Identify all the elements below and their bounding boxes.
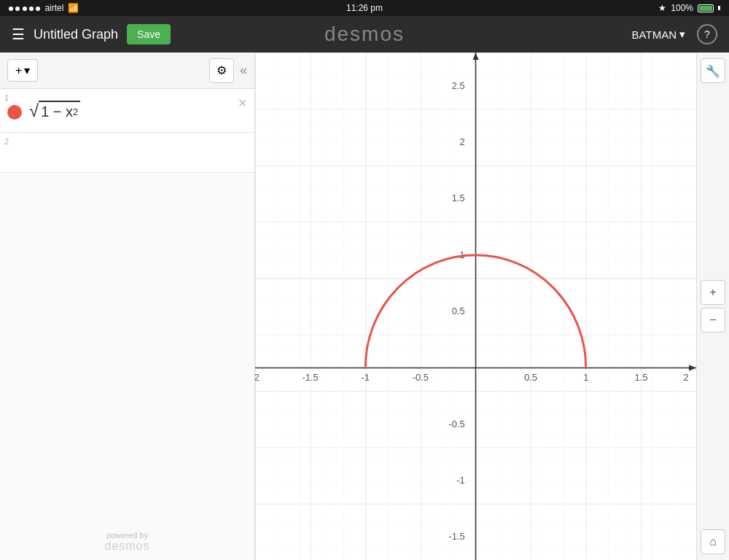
desmos-logo: desmos: [7, 540, 247, 553]
status-left: airtel 📶: [9, 3, 79, 13]
expression-number: 2: [4, 137, 9, 146]
settings-button[interactable]: ⚙: [209, 58, 234, 83]
home-button[interactable]: ⌂: [701, 529, 725, 554]
wrench-button[interactable]: 🔧: [701, 58, 725, 83]
user-menu[interactable]: BATMAN ▾: [632, 28, 685, 41]
save-button[interactable]: Save: [127, 24, 171, 44]
sqrt-content: 1 − x2: [39, 101, 80, 120]
svg-text:1.5: 1.5: [634, 372, 647, 383]
plus-icon: +: [15, 64, 22, 77]
svg-text:0.5: 0.5: [524, 372, 537, 383]
plus-icon: +: [709, 286, 716, 299]
battery-percentage: 100%: [671, 3, 693, 13]
svg-text:1.5: 1.5: [452, 192, 465, 203]
app-logo: desmos: [324, 23, 405, 46]
expressions-list: 1 √ 1 − x2 ✕ 2: [0, 89, 254, 524]
bluetooth-icon: ★: [658, 3, 666, 13]
main-content: + ▾ ⚙ « 1 √ 1 − x2: [0, 52, 729, 560]
signal-dots: [9, 3, 40, 13]
graph-area[interactable]: -2 -1.5 -1 -0.5 0.5 1 1.5 2 2.5 2 1.5 1 …: [255, 52, 696, 560]
battery-indicator: [698, 4, 714, 12]
expression-formula: √ 1 − x2: [29, 101, 247, 120]
help-button[interactable]: ?: [697, 24, 717, 44]
right-toolbar: 🔧 + − ⌂: [696, 52, 729, 560]
svg-text:2.5: 2.5: [452, 80, 465, 91]
status-time: 11:26 pm: [346, 3, 383, 13]
chevron-down-icon: ▾: [679, 28, 685, 41]
svg-text:-0.5: -0.5: [413, 372, 429, 383]
user-name-label: BATMAN: [632, 28, 677, 41]
home-icon: ⌂: [709, 535, 717, 548]
minus-icon: −: [709, 314, 716, 327]
expression-number: 1: [4, 93, 9, 102]
expression-row-empty[interactable]: 2: [0, 133, 254, 173]
zoom-out-button[interactable]: −: [701, 308, 725, 332]
header-right: BATMAN ▾ ?: [632, 24, 717, 44]
sqrt-symbol: √: [29, 102, 39, 120]
header: ☰ Untitled Graph Save desmos BATMAN ▾ ?: [0, 16, 729, 52]
svg-text:-2: -2: [255, 372, 260, 383]
header-left: ☰ Untitled Graph Save: [12, 24, 171, 44]
svg-text:2: 2: [459, 136, 464, 147]
menu-button[interactable]: ☰: [12, 26, 25, 43]
collapse-panel-button[interactable]: «: [240, 63, 247, 78]
add-expression-button[interactable]: + ▾: [7, 59, 38, 82]
wifi-icon: 📶: [68, 3, 79, 13]
svg-text:-1.5: -1.5: [448, 531, 464, 542]
svg-text:-0.5: -0.5: [448, 419, 464, 429]
svg-text:0.5: 0.5: [452, 306, 465, 316]
wrench-icon: 🔧: [706, 64, 720, 78]
graph-svg: -2 -1.5 -1 -0.5 0.5 1 1.5 2 2.5 2 1.5 1 …: [255, 52, 696, 560]
powered-by-section: powered by desmos: [0, 524, 254, 560]
expression-color-dot[interactable]: [7, 105, 22, 120]
svg-text:-1.5: -1.5: [303, 372, 319, 383]
svg-text:2: 2: [684, 372, 689, 383]
add-chevron: ▾: [24, 63, 30, 77]
expression-row[interactable]: 1 √ 1 − x2 ✕: [0, 89, 254, 133]
battery-tip: [718, 6, 720, 10]
status-right: ★ 100%: [658, 3, 720, 13]
graph-title: Untitled Graph: [34, 27, 118, 42]
left-panel: + ▾ ⚙ « 1 √ 1 − x2: [0, 52, 255, 560]
zoom-in-button[interactable]: +: [701, 280, 725, 305]
status-bar: airtel 📶 11:26 pm ★ 100%: [0, 0, 729, 16]
panel-toolbar: + ▾ ⚙ «: [0, 52, 254, 89]
svg-text:1: 1: [583, 372, 588, 383]
powered-by-text: powered by: [7, 531, 247, 540]
delete-expression-button[interactable]: ✕: [235, 93, 250, 113]
svg-text:-1: -1: [362, 372, 370, 383]
svg-text:-1: -1: [456, 475, 464, 486]
carrier-label: airtel: [44, 3, 63, 13]
gear-icon: ⚙: [217, 63, 227, 77]
